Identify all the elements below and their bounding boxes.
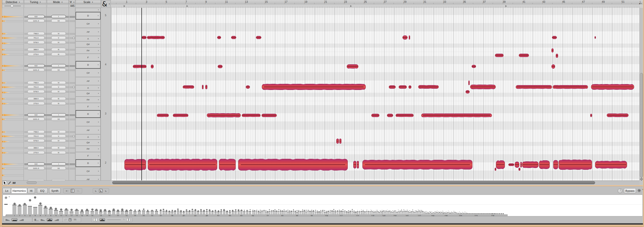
harmonic-bar[interactable]: [180, 212, 182, 214]
tuning-cents-pill[interactable]: 1101.0: [27, 19, 45, 23]
harmonic-bar[interactable]: [54, 210, 58, 214]
harmonic-bar[interactable]: [318, 212, 320, 214]
harmonic-bar[interactable]: [278, 211, 280, 214]
note-blob[interactable]: [590, 114, 592, 117]
left-panel-scrollbar-thumb[interactable]: [27, 181, 37, 184]
scale-note-row-d[interactable]: D▾: [76, 61, 101, 69]
note-value-selector[interactable]: ♩▾: [637, 0, 643, 4]
note-blob[interactable]: [207, 113, 241, 117]
note-blob[interactable]: [519, 54, 529, 57]
harmonic-bar[interactable]: [269, 211, 270, 214]
mode-icon-button[interactable]: ◣: [99, 189, 103, 193]
column-header-scale[interactable]: Scale▾: [76, 0, 101, 4]
harmonic-bar[interactable]: [434, 213, 435, 214]
mode-degree-pill[interactable]: V: [51, 135, 66, 138]
mode-icon-button[interactable]: ◣: [95, 190, 97, 192]
mode-degree-pill[interactable]: VI: [51, 130, 66, 134]
harmonic-bar[interactable]: [151, 211, 154, 214]
mode-degree-pill[interactable]: III: [51, 97, 66, 100]
note-blob[interactable]: [559, 160, 592, 170]
column-header-mode[interactable]: Mode▾: [47, 0, 69, 4]
harmonic-bar[interactable]: [17, 206, 22, 214]
harmonic-bar[interactable]: [461, 213, 462, 214]
harmonic-bar[interactable]: [282, 211, 283, 214]
harmonic-bar[interactable]: [439, 213, 440, 214]
harmonic-bar[interactable]: [209, 211, 211, 214]
harmonic-bar[interactable]: [448, 212, 449, 214]
harmonic-bar[interactable]: [357, 211, 358, 214]
harmonic-bar[interactable]: [482, 213, 483, 214]
scale-note-row-d[interactable]: D▾: [76, 12, 101, 20]
note-blob[interactable]: [353, 161, 356, 168]
harmonic-bar[interactable]: [214, 212, 217, 214]
harmonic-bar[interactable]: [285, 211, 287, 214]
harmonic-bar[interactable]: [322, 211, 324, 214]
note-blob[interactable]: [552, 36, 557, 39]
note-blob[interactable]: [357, 161, 359, 168]
harmonic-bar[interactable]: [418, 211, 419, 214]
harmonic-bar[interactable]: [346, 212, 347, 214]
note-blob[interactable]: [218, 65, 223, 68]
harmonic-bar[interactable]: [223, 211, 225, 214]
harmonic-bar[interactable]: [99, 212, 102, 214]
harmonic-bar[interactable]: [155, 211, 158, 214]
mode-icon-button[interactable]: ○‥: [77, 190, 80, 192]
note-blob[interactable]: [262, 84, 366, 90]
harmonic-bar[interactable]: [311, 211, 312, 214]
note-blob[interactable]: [262, 114, 277, 117]
harmonic-bar[interactable]: [466, 213, 466, 214]
harmonic-bar[interactable]: [425, 213, 425, 214]
harmonic-bar[interactable]: [441, 213, 442, 214]
mode-degree-pill[interactable]: III: [51, 48, 66, 51]
mode-degree-pill[interactable]: III: [51, 102, 66, 105]
scale-note-row-gs[interactable]: G#▾: [76, 90, 101, 97]
spectrum-shape-button[interactable]: ▄▆▄: [47, 218, 52, 221]
note-blob[interactable]: [553, 160, 558, 169]
mode-degree-pill[interactable]: VII: [51, 68, 66, 72]
note-blob[interactable]: [472, 65, 476, 68]
harmonic-bar[interactable]: [174, 211, 176, 214]
note-blob[interactable]: [607, 114, 629, 117]
harmonic-bar[interactable]: [419, 211, 420, 214]
note-blob[interactable]: [148, 159, 217, 171]
harmonic-bar[interactable]: [410, 212, 411, 214]
mode-degree-pill[interactable]: IV: [51, 90, 66, 93]
note-blob[interactable]: [495, 168, 496, 171]
harmonic-bar[interactable]: [203, 211, 205, 214]
harmonic-bar[interactable]: [200, 211, 202, 214]
harmonic-bar[interactable]: [171, 212, 173, 214]
harmonic-bar[interactable]: [254, 211, 255, 214]
mode-icon-button[interactable]: ▎: [71, 189, 74, 193]
tab-synth[interactable]: Synth: [49, 188, 61, 194]
note-blob[interactable]: [418, 85, 439, 89]
note-blob[interactable]: [402, 35, 408, 40]
harmonic-bar[interactable]: [342, 211, 344, 214]
cursor-tool-button[interactable]: [3, 181, 7, 185]
column-header-tuning[interactable]: Tuning▾: [24, 0, 46, 4]
harmonic-bar[interactable]: [499, 213, 500, 214]
note-blob[interactable]: [591, 84, 634, 90]
tuning-cents-pill[interactable]: 388.0: [27, 97, 45, 100]
harmonic-bar[interactable]: [289, 212, 290, 214]
note-blob[interactable]: [339, 139, 341, 144]
harmonic-bar[interactable]: [501, 213, 502, 214]
harmonic-bar[interactable]: [90, 211, 94, 214]
harmonic-bar[interactable]: [409, 212, 410, 214]
harmonic-bar[interactable]: [415, 212, 415, 214]
harmonic-bar[interactable]: [362, 211, 364, 214]
tab-lo[interactable]: Lo: [3, 188, 11, 194]
harmonic-bar[interactable]: [386, 211, 387, 214]
harmonic-bar[interactable]: [349, 212, 351, 214]
pitch-tool-button[interactable]: ##: [12, 181, 16, 185]
scale-note-row-f[interactable]: F▾: [76, 103, 101, 110]
harmonic-bar[interactable]: [490, 213, 491, 214]
mode-degree-pill[interactable]: I: [51, 162, 66, 166]
note-blob[interactable]: [516, 85, 552, 89]
note-blob[interactable]: [520, 162, 522, 167]
note-blob[interactable]: [399, 85, 407, 89]
tuning-cents-pill[interactable]: 1101.0: [27, 68, 45, 72]
harmonic-bar[interactable]: [355, 212, 357, 214]
harmonic-bar[interactable]: [348, 212, 349, 214]
tuning-cents-pill[interactable]: 1101.0: [27, 167, 45, 170]
harmonic-bar[interactable]: [390, 212, 391, 214]
